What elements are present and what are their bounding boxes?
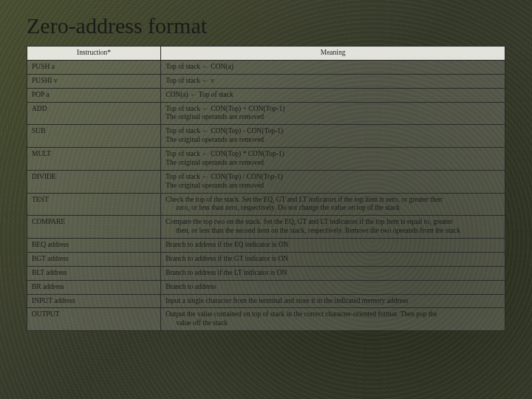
slide: Zero-address format Instruction* Meaning… [0, 0, 532, 399]
cell-instruction: DIVIDE [27, 170, 161, 193]
cell-meaning: Branch to address if the GT indicator is… [161, 252, 505, 266]
table-row: MULTTop of stack ← CON(Top) * CON(Top-1)… [27, 148, 505, 171]
table-row: COMPARECompare the top two on the stack.… [27, 216, 505, 239]
cell-instruction: BLT address [27, 266, 161, 280]
cell-meaning: CON(a) ← Top of stack [161, 88, 505, 102]
cell-instruction: BEQ address [27, 239, 161, 253]
table-row: BLT addressBranch to address if the LT i… [27, 266, 505, 280]
table-row: DIVIDETop of stack ← CON(Top) / CON(Top-… [27, 170, 505, 193]
table-row: TESTCheck the top of the stack. Set the … [27, 193, 505, 216]
table-row: PUSH aTop of stack ← CON(a) [27, 60, 505, 74]
table-header-row: Instruction* Meaning [27, 47, 505, 61]
cell-instruction: PUSHI v [27, 74, 161, 88]
cell-instruction: TEST [27, 193, 161, 216]
cell-meaning: Check the top of the stack. Set the EQ, … [161, 193, 505, 216]
cell-instruction: MULT [27, 148, 161, 171]
cell-instruction: COMPARE [27, 216, 161, 239]
cell-instruction: ADD [27, 102, 161, 125]
table-row: INPUT addressInput a single character fr… [27, 294, 505, 308]
table-row: SUBTop of stack ← CON(Top) - CON(Top-1)T… [27, 125, 505, 148]
cell-meaning: Input a single character from the termin… [161, 294, 505, 308]
cell-meaning: Top of stack ← CON(Top) + CON(Top-1)The … [161, 102, 505, 125]
table-row: BR addressBranch to address [27, 280, 505, 294]
cell-meaning: Branch to address if the EQ indicator is… [161, 239, 505, 253]
cell-instruction: BR address [27, 280, 161, 294]
cell-meaning: Top of stack ← CON(Top) * CON(Top-1)The … [161, 148, 505, 171]
col-header-instruction: Instruction* [27, 47, 161, 61]
cell-instruction: OUTPUT [27, 308, 161, 331]
table-row: PUSHI vTop of stack ← v [27, 74, 505, 88]
page-title: Zero-address format [27, 13, 505, 38]
cell-meaning: Top of stack ← v [161, 74, 505, 88]
col-header-meaning: Meaning [161, 47, 505, 61]
cell-instruction: INPUT address [27, 294, 161, 308]
table-row: BGT addressBranch to address if the GT i… [27, 252, 505, 266]
cell-meaning: Output the value contained on top of sta… [161, 308, 505, 331]
cell-instruction: POP a [27, 88, 161, 102]
table-row: OUTPUTOutput the value contained on top … [27, 308, 505, 331]
cell-meaning: Branch to address if the LT indicator is… [161, 266, 505, 280]
table-row: BEQ addressBranch to address if the EQ i… [27, 239, 505, 253]
cell-instruction: PUSH a [27, 60, 161, 74]
cell-meaning: Branch to address [161, 280, 505, 294]
cell-meaning: Top of stack ← CON(Top) / CON(Top-1)The … [161, 170, 505, 193]
instruction-table: Instruction* Meaning PUSH aTop of stack … [27, 46, 505, 331]
cell-instruction: SUB [27, 125, 161, 148]
cell-meaning: Top of stack ← CON(Top) - CON(Top-1)The … [161, 125, 505, 148]
cell-instruction: BGT address [27, 252, 161, 266]
cell-meaning: Compare the top two on the stack. Set th… [161, 216, 505, 239]
table-row: ADDTop of stack ← CON(Top) + CON(Top-1)T… [27, 102, 505, 125]
cell-meaning: Top of stack ← CON(a) [161, 60, 505, 74]
table-row: POP aCON(a) ← Top of stack [27, 88, 505, 102]
